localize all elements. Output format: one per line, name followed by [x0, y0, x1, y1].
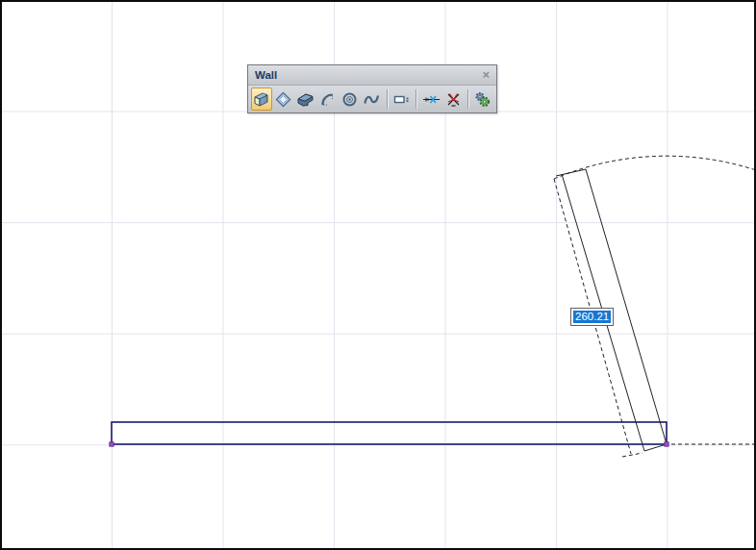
- wall-circle-tool[interactable]: [340, 88, 361, 111]
- gears-icon: [473, 90, 491, 109]
- wall-toolbar: [248, 85, 496, 112]
- wall-straight-tool[interactable]: [251, 88, 272, 111]
- angled-wall-line: [586, 169, 667, 444]
- tracker-length-input[interactable]: 260.21: [570, 308, 614, 326]
- spline-icon: [363, 90, 381, 109]
- wall-arc-tool[interactable]: [317, 88, 339, 111]
- corner-icon: [296, 90, 315, 109]
- drawing-canvas[interactable]: Wall × 260.21: [0, 0, 756, 550]
- wall3d-icon: [252, 90, 270, 109]
- ghost-wall-line: [622, 453, 643, 457]
- circle-icon: [340, 90, 359, 109]
- settings-tool[interactable]: [472, 88, 493, 111]
- intersect-icon: [422, 90, 441, 109]
- hotspot-marker[interactable]: [665, 442, 668, 446]
- angled-wall-line: [556, 169, 586, 176]
- tracker-value: 260.21: [573, 311, 611, 323]
- toolbar-separator: [467, 89, 468, 109]
- arc-icon: [318, 90, 337, 109]
- wall-corner-tool[interactable]: [295, 88, 316, 111]
- wall-diamond-tool[interactable]: [273, 88, 294, 111]
- wall-spline-tool[interactable]: [362, 88, 383, 111]
- close-icon[interactable]: ×: [482, 67, 490, 82]
- palette-titlebar[interactable]: Wall ×: [248, 65, 496, 85]
- horizontal-wall: [112, 422, 667, 444]
- wall-box-tool[interactable]: [391, 88, 412, 111]
- diamond-icon: [274, 90, 292, 109]
- palette-title: Wall: [255, 69, 277, 81]
- toolbar-separator: [387, 89, 388, 109]
- trimx-icon: [444, 90, 463, 109]
- toolbar-separator: [416, 89, 416, 109]
- rotation-arc: [554, 156, 756, 179]
- box-icon: [392, 90, 411, 109]
- wall-palette: Wall ×: [247, 64, 497, 113]
- split-tool[interactable]: [442, 88, 464, 111]
- intersect-tool[interactable]: [420, 88, 441, 111]
- angled-wall-line: [644, 444, 667, 451]
- hotspot-marker[interactable]: [110, 442, 113, 446]
